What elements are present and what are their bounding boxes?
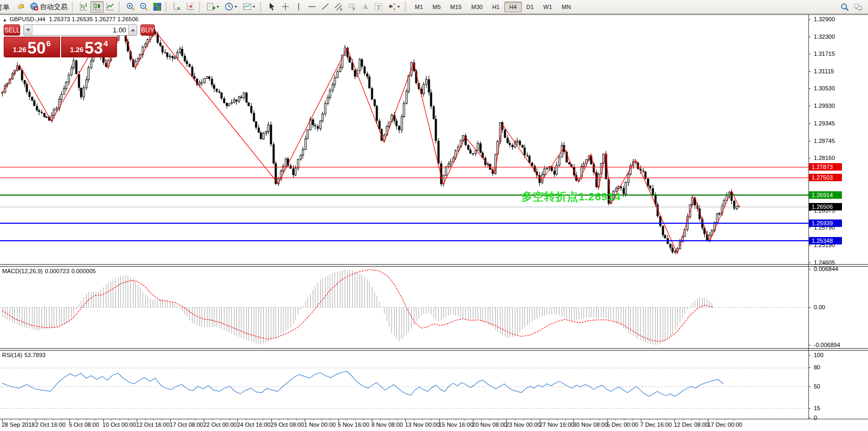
toolbar-handle[interactable] xyxy=(165,2,168,12)
sell-price-big: 50 xyxy=(27,41,45,55)
timeframe-group: M1M5M15M30H1H4D1W1MN xyxy=(410,2,575,12)
auto-scroll-button[interactable] xyxy=(171,1,184,13)
toolbar-handle[interactable] xyxy=(405,2,407,12)
panel-splitter-rsi[interactable] xyxy=(0,348,868,351)
new-order-button[interactable]: 订单 xyxy=(0,2,14,12)
svg-text:A: A xyxy=(363,3,368,11)
time-axis-tick xyxy=(573,419,574,422)
time-axis-subtick xyxy=(657,419,658,420)
zoom-in-icon xyxy=(126,2,135,11)
bar-chart-icon xyxy=(79,2,88,11)
volume-input[interactable] xyxy=(32,25,128,35)
crosshair-button[interactable] xyxy=(279,1,292,13)
bar-chart-button[interactable] xyxy=(77,1,90,13)
toolbar-handle[interactable] xyxy=(119,2,121,12)
equidistant-channel-icon: E xyxy=(334,2,343,11)
gold-ingot-icon xyxy=(16,2,25,11)
templates-dropdown-arrow[interactable]: ▼ xyxy=(252,1,257,13)
text-icon: A xyxy=(361,2,370,11)
rsi-tick-mark xyxy=(808,355,811,356)
tile-windows-button[interactable] xyxy=(151,1,164,13)
toolbar-handle[interactable] xyxy=(72,2,74,12)
chart-shift-button[interactable] xyxy=(184,1,197,13)
indicators-dropdown-arrow[interactable]: ▼ xyxy=(215,1,221,13)
trendline-button[interactable] xyxy=(319,1,332,13)
candlestick-chart-button[interactable] xyxy=(90,1,104,13)
timeframe-mn-button[interactable]: MN xyxy=(557,2,575,12)
time-axis-border xyxy=(0,419,868,419)
time-axis-label: 17 Oct 08:00 xyxy=(170,421,203,428)
sell-button[interactable]: SELL xyxy=(4,24,20,36)
macd-chart-canvas[interactable] xyxy=(0,267,808,348)
periods-button[interactable]: ▼ xyxy=(222,1,240,13)
macd-signal-value: 0.000005 xyxy=(71,268,96,274)
timeframe-m5-button[interactable]: M5 xyxy=(428,2,445,12)
price-tick-mark xyxy=(808,54,811,54)
toolbar-handle[interactable] xyxy=(199,2,202,12)
text-button[interactable]: A xyxy=(358,1,372,13)
timeframe-m30-button[interactable]: M30 xyxy=(466,2,487,12)
price-level-badge: 1.25939 xyxy=(809,219,842,227)
volume-decrease-icon xyxy=(26,29,30,31)
time-axis-subtick xyxy=(86,419,87,420)
price-tick-label: 1.28745 xyxy=(814,138,835,144)
chat-button[interactable] xyxy=(852,1,865,13)
sell-price-display[interactable]: 1.26506 xyxy=(4,37,60,57)
templates-button[interactable]: ▼ xyxy=(240,1,258,13)
zoom-in-button[interactable] xyxy=(124,1,137,13)
search-button[interactable] xyxy=(838,1,852,13)
timeframe-h1-button[interactable]: H1 xyxy=(487,2,504,12)
text-label-button[interactable]: T xyxy=(372,1,385,13)
volume-decrease-button[interactable] xyxy=(24,25,32,35)
price-tick-label: 1.31715 xyxy=(814,50,835,57)
macd-tick-label: -0.006894 xyxy=(814,342,840,348)
time-axis-subtick xyxy=(557,419,557,420)
time-axis-label: 12 Dec 08:00 xyxy=(674,421,708,428)
candlestick-chart-icon xyxy=(93,2,102,11)
price-tick-mark xyxy=(808,37,811,37)
macd-tick-label: 0.00 xyxy=(814,304,825,310)
arrows-button[interactable]: ▼ xyxy=(385,1,403,13)
toolbar-handle[interactable] xyxy=(260,2,263,12)
price-chart-canvas[interactable] xyxy=(0,15,808,264)
svg-text:F: F xyxy=(353,7,355,11)
price-tick-mark xyxy=(808,71,811,72)
periods-dropdown-arrow[interactable]: ▼ xyxy=(233,1,239,13)
svg-text:E: E xyxy=(340,7,343,11)
timeframe-h4-button[interactable]: H4 xyxy=(504,2,521,12)
timeframe-d1-button[interactable]: D1 xyxy=(522,2,539,12)
panel-splitter-macd[interactable] xyxy=(0,264,868,267)
time-axis-tick xyxy=(405,419,406,422)
timeframe-m15-button[interactable]: M15 xyxy=(446,2,466,12)
macd-name: MACD(12,26,9) xyxy=(2,268,43,274)
time-axis-label: 5 Dec 00:00 xyxy=(607,421,638,428)
time-axis-label: 17 Dec 00:00 xyxy=(707,421,742,428)
timeframe-w1-button[interactable]: W1 xyxy=(539,2,557,12)
collapse-panel-icon[interactable]: ▲ xyxy=(3,18,7,22)
time-axis-subtick xyxy=(229,419,230,420)
equidistant-channel-button[interactable]: E xyxy=(332,1,345,13)
time-axis-subtick xyxy=(11,419,11,420)
time-axis-subtick xyxy=(389,419,389,420)
line-chart-button[interactable] xyxy=(104,1,117,13)
time-axis-label: 10 Oct 00:00 xyxy=(103,421,136,428)
indicators-button[interactable]: ▼ xyxy=(204,1,222,13)
timeframe-m1-button[interactable]: M1 xyxy=(410,2,428,12)
time-axis-subtick xyxy=(683,419,683,420)
new-order-label: 订单 xyxy=(0,3,10,11)
time-axis-subtick xyxy=(691,419,692,420)
fibonacci-button[interactable]: F xyxy=(345,1,358,13)
vertical-line-button[interactable] xyxy=(292,1,305,13)
cursor-button[interactable] xyxy=(265,1,279,13)
auto-trading-button[interactable]: 自动交易 xyxy=(27,1,70,13)
buy-price-display[interactable]: 1.26534 xyxy=(61,37,118,57)
rsi-chart-canvas[interactable] xyxy=(0,351,808,419)
arrows-dropdown-arrow[interactable]: ▼ xyxy=(396,1,402,13)
crosshair-icon xyxy=(281,2,290,11)
zoom-out-button[interactable] xyxy=(137,1,151,13)
volume-increase-button[interactable] xyxy=(128,25,137,35)
horizontal-line-button[interactable] xyxy=(305,1,319,13)
buy-button[interactable]: BUY xyxy=(140,24,155,36)
time-axis-subtick xyxy=(279,419,280,420)
new-order-icon-button[interactable] xyxy=(14,1,27,13)
